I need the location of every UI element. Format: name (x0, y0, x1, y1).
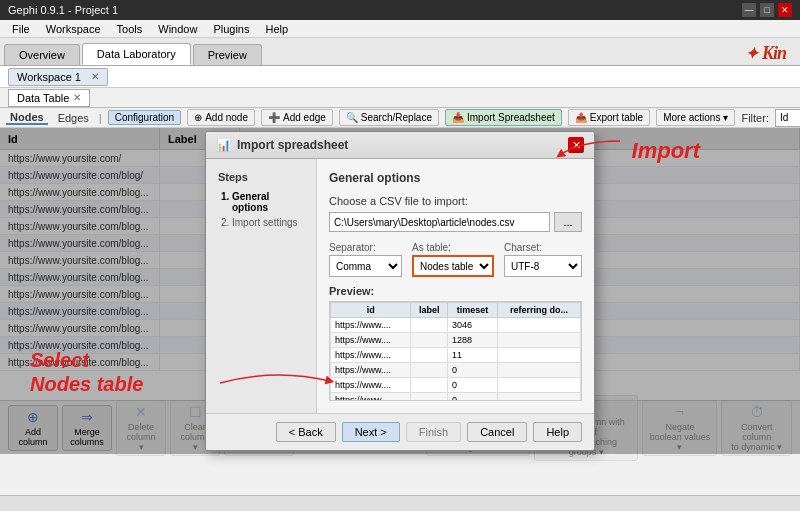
menu-tools[interactable]: Tools (109, 20, 151, 37)
data-table-bar: Data Table ✕ (0, 88, 800, 108)
preview-data-row: https://www....11 (331, 348, 581, 363)
status-bar (0, 495, 800, 511)
annotation-select: Select Nodes table (30, 348, 143, 396)
menu-help[interactable]: Help (257, 20, 296, 37)
filter-label: Filter: (741, 112, 769, 124)
tab-edges[interactable]: Edges (54, 112, 93, 124)
modal-overlay: Import 📊 Import spreadsheet ✕ Steps (0, 128, 800, 454)
modal-body: Steps General options Import settings Ge… (206, 159, 594, 413)
tab-nodes[interactable]: Nodes (6, 111, 48, 125)
chevron-down-icon: ▾ (723, 112, 728, 123)
nav-tabs: Overview Data Laboratory Preview ✦ Kin (0, 38, 800, 66)
preview-col-referring: referring do... (498, 303, 581, 318)
config-button[interactable]: Configuration (108, 110, 181, 125)
search-icon: 🔍 (346, 112, 358, 123)
add-node-button[interactable]: ⊕ Add node (187, 109, 255, 126)
data-table-tab-close[interactable]: ✕ (73, 92, 81, 103)
step-2: Import settings (232, 217, 304, 228)
import-spreadsheet-modal: 📊 Import spreadsheet ✕ Steps General opt… (205, 131, 595, 451)
minimize-button[interactable]: — (742, 3, 756, 17)
help-button[interactable]: Help (533, 422, 582, 442)
window-controls[interactable]: — □ ✕ (742, 3, 792, 17)
preview-label: Preview: (329, 285, 582, 297)
preview-scroll[interactable]: id label timeset referring do... https:/… (329, 301, 582, 401)
preview-data-row: https://www....1288 (331, 333, 581, 348)
main-content: Id Label Interval https://www.yoursite.c… (0, 128, 800, 454)
as-table-group: As table: Nodes table Edges table (412, 242, 494, 277)
preview-data-row: https://www....0 (331, 393, 581, 402)
spreadsheet-icon: 📊 (216, 138, 231, 152)
preview-data-row: https://www....3046 (331, 318, 581, 333)
separator-select[interactable]: Comma Semicolon Tab (329, 255, 402, 277)
modal-content-title: General options (329, 171, 582, 185)
steps-title: Steps (218, 171, 304, 183)
preview-data-row: https://www....0 (331, 378, 581, 393)
as-table-select[interactable]: Nodes table Edges table (412, 255, 494, 277)
annotation-import: Import (632, 138, 700, 164)
import-icon: 📥 (452, 112, 464, 123)
separator-group: Separator: Comma Semicolon Tab (329, 242, 402, 277)
menu-window[interactable]: Window (150, 20, 205, 37)
preview-data-row: https://www....0 (331, 363, 581, 378)
as-table-label: As table: (412, 242, 494, 253)
filter-input[interactable] (775, 109, 800, 127)
cancel-button[interactable]: Cancel (467, 422, 527, 442)
workspace-bar: Workspace 1 ✕ (0, 66, 800, 88)
menu-workspace[interactable]: Workspace (38, 20, 109, 37)
preview-col-id: id (331, 303, 411, 318)
export-icon: 📤 (575, 112, 587, 123)
menu-bar: File Workspace Tools Window Plugins Help (0, 20, 800, 38)
separator-label: Separator: (329, 242, 402, 253)
charset-group: Charset: UTF-8 ISO-8859-1 (504, 242, 582, 277)
workspace-tab-label: Workspace 1 (17, 71, 81, 83)
tab-overview[interactable]: Overview (4, 44, 80, 65)
file-label: Choose a CSV file to import: (329, 195, 582, 207)
file-row: ... (329, 212, 582, 232)
tab-preview[interactable]: Preview (193, 44, 262, 65)
charset-select[interactable]: UTF-8 ISO-8859-1 (504, 255, 582, 277)
preview-table: id label timeset referring do... https:/… (330, 302, 581, 401)
workspace-tab[interactable]: Workspace 1 ✕ (8, 68, 108, 86)
modal-title: 📊 Import spreadsheet (216, 138, 348, 152)
sub-toolbar: Nodes Edges | Configuration ⊕ Add node ➕… (0, 108, 800, 128)
preview-col-timeset: timeset (447, 303, 497, 318)
add-node-icon: ⊕ (194, 112, 202, 123)
data-table-tab[interactable]: Data Table ✕ (8, 89, 90, 107)
next-button[interactable]: Next > (342, 422, 400, 442)
close-button[interactable]: ✕ (778, 3, 792, 17)
more-actions-button[interactable]: More actions ▾ (656, 109, 735, 126)
search-replace-button[interactable]: 🔍 Search/Replace (339, 109, 439, 126)
back-button[interactable]: < Back (276, 422, 336, 442)
modal-footer: < Back Next > Finish Cancel Help (206, 413, 594, 450)
step-1: General options (232, 191, 304, 213)
browse-button[interactable]: ... (554, 212, 582, 232)
tab-data-laboratory[interactable]: Data Laboratory (82, 43, 191, 65)
data-table-tab-label: Data Table (17, 92, 69, 104)
workspace-tab-close[interactable]: ✕ (91, 71, 99, 82)
menu-file[interactable]: File (4, 20, 38, 37)
export-table-button[interactable]: 📤 Export table (568, 109, 650, 126)
title-bar: Gephi 0.9.1 - Project 1 — □ ✕ (0, 0, 800, 20)
modal-title-bar: 📊 Import spreadsheet ✕ (206, 132, 594, 159)
add-edge-icon: ➕ (268, 112, 280, 123)
preview-header-row: id label timeset referring do... (331, 303, 581, 318)
preview-col-label: label (411, 303, 448, 318)
app-title: Gephi 0.9.1 - Project 1 (8, 4, 742, 16)
modal-close-button[interactable]: ✕ (568, 137, 584, 153)
add-edge-button[interactable]: ➕ Add edge (261, 109, 333, 126)
modal-content-panel: General options Choose a CSV file to imp… (317, 159, 594, 413)
import-spreadsheet-button[interactable]: 📥 Import Spreadsheet (445, 109, 562, 126)
charset-label: Charset: (504, 242, 582, 253)
menu-plugins[interactable]: Plugins (205, 20, 257, 37)
modal-steps-panel: Steps General options Import settings (206, 159, 317, 413)
maximize-button[interactable]: □ (760, 3, 774, 17)
file-path-input[interactable] (329, 212, 550, 232)
finish-button[interactable]: Finish (406, 422, 461, 442)
steps-list: General options Import settings (218, 191, 304, 228)
options-row: Separator: Comma Semicolon Tab As table:… (329, 242, 582, 277)
app-logo: ✦ Kin (745, 39, 786, 65)
